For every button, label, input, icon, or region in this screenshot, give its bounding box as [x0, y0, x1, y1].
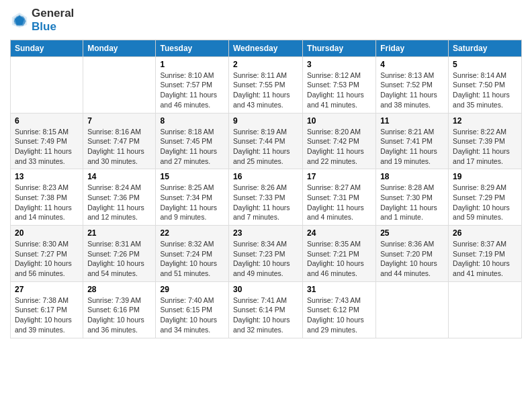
day-info: Sunrise: 8:34 AM Sunset: 7:23 PM Dayligh…: [233, 239, 298, 279]
day-cell: 8Sunrise: 8:18 AM Sunset: 7:45 PM Daylig…: [156, 113, 229, 169]
day-cell: 10Sunrise: 8:20 AM Sunset: 7:42 PM Dayli…: [303, 113, 376, 169]
calendar-body: 1Sunrise: 8:10 AM Sunset: 7:57 PM Daylig…: [11, 56, 522, 338]
day-number: 27: [15, 285, 79, 294]
day-cell: 5Sunrise: 8:14 AM Sunset: 7:50 PM Daylig…: [449, 56, 522, 113]
day-cell: 1Sunrise: 8:10 AM Sunset: 7:57 PM Daylig…: [156, 56, 229, 113]
page-header: General Blue: [10, 7, 522, 34]
day-info: Sunrise: 8:26 AM Sunset: 7:33 PM Dayligh…: [233, 183, 298, 222]
day-number: 2: [233, 60, 298, 69]
day-cell: 22Sunrise: 8:32 AM Sunset: 7:24 PM Dayli…: [156, 226, 229, 282]
week-row-1: 1Sunrise: 8:10 AM Sunset: 7:57 PM Daylig…: [11, 56, 522, 113]
day-info: Sunrise: 7:38 AM Sunset: 6:17 PM Dayligh…: [15, 295, 79, 335]
day-number: 11: [380, 116, 444, 126]
day-number: 12: [453, 116, 517, 126]
day-number: 24: [307, 228, 371, 238]
day-number: 19: [453, 172, 517, 181]
day-info: Sunrise: 8:21 AM Sunset: 7:41 PM Dayligh…: [380, 127, 444, 167]
day-number: 13: [15, 172, 79, 181]
day-number: 25: [380, 228, 444, 238]
logo: General Blue: [10, 7, 74, 34]
day-info: Sunrise: 8:11 AM Sunset: 7:55 PM Dayligh…: [233, 71, 298, 110]
calendar-table: SundayMondayTuesdayWednesdayThursdayFrid…: [10, 40, 522, 338]
day-info: Sunrise: 8:35 AM Sunset: 7:21 PM Dayligh…: [307, 239, 371, 279]
logo-icon: [10, 11, 29, 30]
header-cell-saturday: Saturday: [449, 40, 522, 56]
day-cell: 7Sunrise: 8:16 AM Sunset: 7:47 PM Daylig…: [83, 113, 156, 169]
day-number: 8: [160, 116, 224, 126]
day-cell: 31Sunrise: 7:43 AM Sunset: 6:12 PM Dayli…: [303, 281, 376, 338]
day-number: 23: [233, 228, 298, 238]
day-number: 16: [233, 172, 298, 181]
day-cell: 14Sunrise: 8:24 AM Sunset: 7:36 PM Dayli…: [83, 169, 156, 226]
day-info: Sunrise: 8:31 AM Sunset: 7:26 PM Dayligh…: [87, 239, 151, 279]
day-info: Sunrise: 8:14 AM Sunset: 7:50 PM Dayligh…: [453, 71, 517, 110]
day-number: 21: [87, 228, 151, 238]
day-info: Sunrise: 8:30 AM Sunset: 7:27 PM Dayligh…: [15, 239, 79, 279]
day-info: Sunrise: 8:22 AM Sunset: 7:39 PM Dayligh…: [453, 127, 517, 167]
day-number: 1: [160, 60, 224, 69]
day-info: Sunrise: 7:43 AM Sunset: 6:12 PM Dayligh…: [307, 295, 371, 335]
day-info: Sunrise: 8:37 AM Sunset: 7:19 PM Dayligh…: [453, 239, 517, 279]
day-info: Sunrise: 8:25 AM Sunset: 7:34 PM Dayligh…: [160, 183, 224, 222]
day-cell: 13Sunrise: 8:23 AM Sunset: 7:38 PM Dayli…: [11, 169, 83, 226]
day-cell: 27Sunrise: 7:38 AM Sunset: 6:17 PM Dayli…: [11, 281, 83, 338]
logo-text: General Blue: [32, 7, 74, 34]
header-cell-tuesday: Tuesday: [156, 40, 229, 56]
day-number: 7: [87, 116, 151, 126]
day-info: Sunrise: 8:29 AM Sunset: 7:29 PM Dayligh…: [453, 183, 517, 222]
day-info: Sunrise: 8:15 AM Sunset: 7:49 PM Dayligh…: [15, 127, 79, 167]
day-cell: 16Sunrise: 8:26 AM Sunset: 7:33 PM Dayli…: [228, 169, 302, 226]
week-row-5: 27Sunrise: 7:38 AM Sunset: 6:17 PM Dayli…: [11, 281, 522, 338]
day-number: 31: [307, 285, 371, 294]
day-number: 6: [15, 116, 79, 126]
day-cell: [11, 56, 83, 113]
header-cell-sunday: Sunday: [11, 40, 83, 56]
day-cell: 25Sunrise: 8:36 AM Sunset: 7:20 PM Dayli…: [376, 226, 449, 282]
day-info: Sunrise: 8:16 AM Sunset: 7:47 PM Dayligh…: [87, 127, 151, 167]
day-cell: 29Sunrise: 7:40 AM Sunset: 6:15 PM Dayli…: [156, 281, 229, 338]
day-info: Sunrise: 8:24 AM Sunset: 7:36 PM Dayligh…: [87, 183, 151, 222]
day-cell: 30Sunrise: 7:41 AM Sunset: 6:14 PM Dayli…: [228, 281, 302, 338]
day-cell: 4Sunrise: 8:13 AM Sunset: 7:52 PM Daylig…: [376, 56, 449, 113]
day-number: 15: [160, 172, 224, 181]
header-cell-monday: Monday: [83, 40, 156, 56]
day-cell: 26Sunrise: 8:37 AM Sunset: 7:19 PM Dayli…: [449, 226, 522, 282]
day-info: Sunrise: 8:12 AM Sunset: 7:53 PM Dayligh…: [307, 71, 371, 110]
day-number: 26: [453, 228, 517, 238]
day-cell: 18Sunrise: 8:28 AM Sunset: 7:30 PM Dayli…: [376, 169, 449, 226]
day-cell: 19Sunrise: 8:29 AM Sunset: 7:29 PM Dayli…: [449, 169, 522, 226]
day-cell: [83, 56, 156, 113]
day-cell: 28Sunrise: 7:39 AM Sunset: 6:16 PM Dayli…: [83, 281, 156, 338]
day-info: Sunrise: 8:10 AM Sunset: 7:57 PM Dayligh…: [160, 71, 224, 110]
day-cell: 11Sunrise: 8:21 AM Sunset: 7:41 PM Dayli…: [376, 113, 449, 169]
day-number: 20: [15, 228, 79, 238]
day-info: Sunrise: 8:13 AM Sunset: 7:52 PM Dayligh…: [380, 71, 444, 110]
day-number: 10: [307, 116, 371, 126]
day-number: 17: [307, 172, 371, 181]
day-cell: 17Sunrise: 8:27 AM Sunset: 7:31 PM Dayli…: [303, 169, 376, 226]
day-info: Sunrise: 8:27 AM Sunset: 7:31 PM Dayligh…: [307, 183, 371, 222]
week-row-2: 6Sunrise: 8:15 AM Sunset: 7:49 PM Daylig…: [11, 113, 522, 169]
day-info: Sunrise: 7:40 AM Sunset: 6:15 PM Dayligh…: [160, 295, 224, 335]
day-number: 22: [160, 228, 224, 238]
day-number: 5: [453, 60, 517, 69]
day-cell: 24Sunrise: 8:35 AM Sunset: 7:21 PM Dayli…: [303, 226, 376, 282]
week-row-3: 13Sunrise: 8:23 AM Sunset: 7:38 PM Dayli…: [11, 169, 522, 226]
day-cell: 6Sunrise: 8:15 AM Sunset: 7:49 PM Daylig…: [11, 113, 83, 169]
header-cell-friday: Friday: [376, 40, 449, 56]
day-number: 9: [233, 116, 298, 126]
day-number: 18: [380, 172, 444, 181]
page-container: General Blue SundayMondayTuesdayWednesda…: [0, 0, 532, 345]
day-cell: [376, 281, 449, 338]
day-cell: 12Sunrise: 8:22 AM Sunset: 7:39 PM Dayli…: [449, 113, 522, 169]
day-number: 30: [233, 285, 298, 294]
day-cell: 20Sunrise: 8:30 AM Sunset: 7:27 PM Dayli…: [11, 226, 83, 282]
day-cell: 21Sunrise: 8:31 AM Sunset: 7:26 PM Dayli…: [83, 226, 156, 282]
day-info: Sunrise: 7:39 AM Sunset: 6:16 PM Dayligh…: [87, 295, 151, 335]
header-cell-thursday: Thursday: [303, 40, 376, 56]
header-row: SundayMondayTuesdayWednesdayThursdayFrid…: [11, 40, 522, 56]
day-number: 28: [87, 285, 151, 294]
day-info: Sunrise: 8:32 AM Sunset: 7:24 PM Dayligh…: [160, 239, 224, 279]
calendar-header: SundayMondayTuesdayWednesdayThursdayFrid…: [11, 40, 522, 56]
week-row-4: 20Sunrise: 8:30 AM Sunset: 7:27 PM Dayli…: [11, 226, 522, 282]
